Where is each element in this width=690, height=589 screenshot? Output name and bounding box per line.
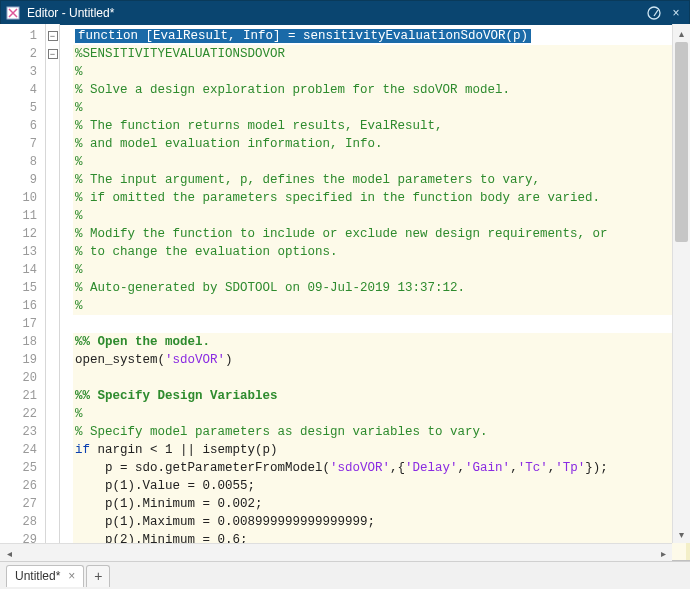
code-string: 'sdoVOR' [165,353,225,367]
code-comment: % [75,155,83,169]
fold-toggle-icon[interactable]: − [48,31,58,41]
scroll-down-button[interactable]: ▾ [673,525,690,543]
line-number: 4 [0,81,45,99]
svg-point-1 [648,7,660,19]
line-number: 23 [0,423,45,441]
code-area[interactable]: function [EvalResult, Info] = sensitivit… [60,24,690,560]
code-comment: % Modify the function to include or excl… [75,227,608,241]
code-comment: % [75,407,83,421]
line-number: 5 [0,99,45,117]
horizontal-scrollbar[interactable]: ◂ ▸ [0,543,672,561]
code-comment: % if omitted the parameters specified in… [75,191,600,205]
code-comment: %SENSITIVITYEVALUATIONSDOVOR [75,47,285,61]
code-text: , [510,461,518,475]
code-comment: % [75,299,83,313]
code-comment: % Auto-generated by SDOTOOL on 09-Jul-20… [75,281,465,295]
line-number: 24 [0,441,45,459]
scroll-left-button[interactable]: ◂ [0,544,18,562]
code-text: open_system( [75,353,165,367]
code-section: %% Specify Design Variables [75,389,278,403]
line-number: 3 [0,63,45,81]
line-number: 1 [0,27,45,45]
code-string: 'Delay' [405,461,458,475]
fold-toggle-icon[interactable]: − [48,49,58,59]
code-text: ) [225,353,233,367]
line-number: 16 [0,297,45,315]
code-string: 'Gain' [465,461,510,475]
code-text: }); [585,461,608,475]
file-tab[interactable]: Untitled* × [6,565,84,587]
line-number: 14 [0,261,45,279]
code-text: p(1).Value = 0.0055; [75,479,255,493]
line-number: 2 [0,45,45,63]
code-comment: % to change the evaluation options. [75,245,338,259]
line-number: 15 [0,279,45,297]
code-section: %% Open the model. [75,335,210,349]
line-number: 27 [0,495,45,513]
code-comment: % Specify model parameters as design var… [75,425,488,439]
line-number: 9 [0,171,45,189]
code-comment: % and model evaluation information, Info… [75,137,383,151]
help-button[interactable] [645,4,663,22]
code-comment: % [75,101,83,115]
hscroll-thumb[interactable] [18,546,654,559]
code-comment: % [75,263,83,277]
code-text: nargin < 1 || isempty(p) [90,443,278,457]
file-tab-label: Untitled* [15,569,60,583]
titlebar: Editor - Untitled* × [1,1,689,25]
line-number: 6 [0,117,45,135]
scroll-thumb[interactable] [675,42,688,242]
editor-icon [5,5,21,21]
line-number: 17 [0,315,45,333]
code-string: 'Tp' [555,461,585,475]
function-declaration: function [EvalResult, Info] = sensitivit… [75,29,531,43]
line-number: 28 [0,513,45,531]
line-number: 22 [0,405,45,423]
line-number: 26 [0,477,45,495]
line-number: 18 [0,333,45,351]
code-comment: % [75,65,83,79]
code-text: , [458,461,466,475]
fold-column: − − [46,24,60,560]
close-button[interactable]: × [667,4,685,22]
line-number: 13 [0,243,45,261]
code-text: ,{ [390,461,405,475]
line-number: 10 [0,189,45,207]
line-number: 25 [0,459,45,477]
line-number: 20 [0,369,45,387]
document-tabbar: Untitled* × + [0,561,690,589]
line-number: 11 [0,207,45,225]
line-number: 19 [0,351,45,369]
code-string: 'sdoVOR' [330,461,390,475]
vertical-scrollbar[interactable]: ▴ ▾ [672,24,690,543]
code-lines[interactable]: function [EvalResult, Info] = sensitivit… [60,27,690,549]
code-string: 'Tc' [518,461,548,475]
line-number-gutter: 1 2 3 4 5 6 7 8 9 10 11 12 13 14 15 16 1… [0,24,46,560]
window-title: Editor - Untitled* [27,6,641,20]
line-number: 12 [0,225,45,243]
code-comment: % The function returns model results, Ev… [75,119,443,133]
scroll-right-button[interactable]: ▸ [654,544,672,562]
code-comment: % Solve a design exploration problem for… [75,83,510,97]
editor-pane: 1 2 3 4 5 6 7 8 9 10 11 12 13 14 15 16 1… [0,24,690,561]
code-text: p(1).Maximum = 0.008999999999999999; [75,515,375,529]
code-comment: % The input argument, p, defines the mod… [75,173,540,187]
add-tab-button[interactable]: + [86,565,110,587]
line-number: 7 [0,135,45,153]
code-text: p = sdo.getParameterFromModel( [75,461,330,475]
scroll-up-button[interactable]: ▴ [673,24,690,42]
code-keyword: if [75,443,90,457]
line-number: 8 [0,153,45,171]
line-number: 21 [0,387,45,405]
code-text: p(1).Minimum = 0.002; [75,497,263,511]
close-tab-icon[interactable]: × [68,569,75,583]
code-comment: % [75,209,83,223]
